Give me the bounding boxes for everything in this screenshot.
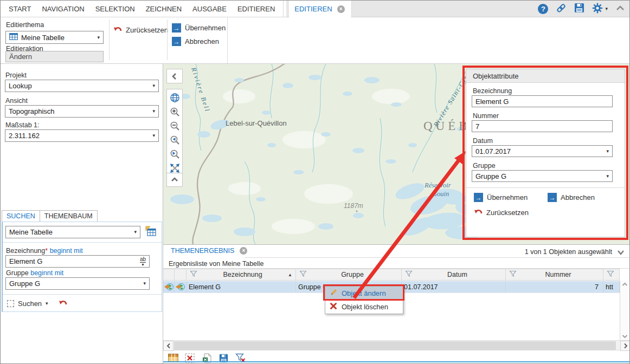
ansicht-label: Ansicht [5, 97, 28, 105]
header-cell-bezeichnung[interactable]: Bezeichnung ▲ [187, 269, 296, 280]
tab-zeichnen[interactable]: ZEICHNEN [143, 5, 184, 13]
massstab-dropdown[interactable]: 2.311.162 ▾ [5, 129, 159, 142]
tab-navigation[interactable]: NAVIGATION [39, 5, 87, 13]
dropdown-caret-icon: ▾ [152, 109, 155, 114]
ribbon-separator [109, 20, 110, 60]
massstab-label: Maßstab 1: [5, 121, 40, 129]
suchen-label: Suchen [18, 300, 42, 308]
delete-x-icon [330, 302, 337, 311]
themenergebnis-tab[interactable]: THEMENERGEBNIS × [171, 247, 247, 255]
gis-application-window: START NAVIGATION SELEKTION ZEICHNEN AUSG… [0, 0, 630, 364]
scroll-left-icon[interactable] [163, 341, 173, 351]
active-tab-label: EDITIEREN [294, 5, 332, 13]
datum-dropdown[interactable]: 01.07.2017 ▾ [472, 145, 613, 157]
filter-icon[interactable] [509, 270, 517, 279]
tab-editieren-active[interactable]: EDITIEREN × [289, 1, 351, 18]
map-label-town: Lebel-sur-Quévillon [226, 119, 287, 127]
scroll-down-icon[interactable] [622, 334, 628, 339]
collapse-sidebar-button[interactable] [166, 69, 183, 83]
filter-icon[interactable] [607, 270, 614, 279]
panel-uebernehmen-button[interactable]: → Übernehmen [474, 193, 528, 202]
header-cell-datum[interactable]: Datum [402, 269, 506, 280]
filter-icon[interactable] [190, 270, 197, 279]
bezeichnung-search-input[interactable] [5, 255, 150, 268]
close-tab-icon[interactable]: × [337, 5, 345, 13]
settings-menu[interactable]: ▾ [592, 3, 608, 16]
scroll-up-icon[interactable] [622, 282, 628, 287]
apply-arrow-icon: → [172, 23, 181, 32]
save-icon[interactable] [574, 3, 584, 15]
sidebar-tab-themenbaum[interactable]: THEMENBAUM [40, 210, 98, 222]
search-table-dropdown[interactable]: Meine Tabelle ▾ [5, 226, 140, 238]
link-icon[interactable] [556, 3, 567, 16]
scrollbar-thumb[interactable] [174, 341, 616, 350]
search-panel: Meine Tabelle ▾ Bezeichnung* beginnt mit… [2, 222, 162, 312]
nummer-input[interactable] [472, 120, 613, 132]
zuruecksetzen-button[interactable]: Zurücksetzen [113, 25, 168, 35]
close-results-icon[interactable]: × [240, 247, 247, 255]
panel-abbrechen-button[interactable]: → Abbrechen [548, 193, 595, 202]
pan-to-object-icon[interactable] [175, 281, 187, 292]
reset-search-icon[interactable] [59, 298, 67, 308]
menu-item-objekt-aendern[interactable]: Objekt ändern [325, 287, 403, 300]
zoom-in-icon[interactable] [168, 105, 182, 118]
filter-icon[interactable] [405, 270, 413, 279]
panel-accent-line [163, 361, 630, 362]
dropdown-caret-icon: ▾ [134, 230, 137, 235]
gruppe-search-dropdown[interactable]: Gruppe G ▾ [5, 277, 150, 290]
required-marker: * [45, 247, 48, 255]
table-horizontal-scrollbar[interactable] [163, 340, 630, 350]
zoom-out-icon[interactable] [168, 119, 182, 132]
field-label: Gruppe [6, 269, 29, 277]
main-menu-bar: START NAVIGATION SELEKTION ZEICHNEN AUSG… [1, 1, 629, 17]
abbrechen-button[interactable]: → Abbrechen [172, 37, 219, 46]
undo-icon [113, 25, 122, 35]
header-cell-gruppe[interactable]: Gruppe [296, 269, 402, 280]
header-cell-blank [175, 269, 187, 280]
header-cell-nummer[interactable]: Nummer [506, 269, 603, 280]
cell-nummer: 7 [506, 281, 603, 292]
abbrechen-label: Abbrechen [561, 193, 595, 202]
editierthema-dropdown[interactable]: Meine Tabelle ▾ [5, 31, 104, 44]
editieraktion-field: Ändern [5, 51, 104, 62]
operator-link[interactable]: beginnt mit [50, 247, 83, 255]
uebernehmen-button[interactable]: → Übernehmen [172, 23, 226, 32]
sidebar-tab-suchen[interactable]: SUCHEN [2, 210, 40, 222]
globe-icon[interactable] [168, 91, 182, 104]
filter-icon[interactable] [299, 270, 307, 279]
tab-editieren[interactable]: EDITIEREN [235, 5, 278, 13]
collapse-toolbar-button[interactable] [166, 173, 183, 187]
tab-ausgabe[interactable]: AUSGABE [190, 5, 229, 13]
collapse-panel-icon[interactable] [616, 249, 625, 258]
previous-extent-icon[interactable] [168, 133, 182, 146]
suchen-button[interactable]: Suchen ▾ [7, 298, 67, 308]
gear-caret-icon: ▾ [605, 6, 608, 11]
menu-item-objekt-loeschen[interactable]: Objekt löschen [325, 300, 403, 314]
tab-start[interactable]: START [6, 5, 34, 13]
tab-selektion[interactable]: SELEKTION [93, 5, 138, 13]
panel-zuruecksetzen-button[interactable]: Zurücksetzen [474, 207, 529, 217]
zoom-to-object-icon[interactable] [163, 281, 175, 292]
table-header: Bezeichnung ▲ Gruppe Datum Nummer [163, 269, 620, 281]
projekt-dropdown[interactable]: Lookup ▾ [5, 80, 159, 92]
summit-point [356, 211, 358, 212]
header-cell-link[interactable] [603, 269, 620, 280]
collapse-ribbon-icon[interactable] [615, 4, 625, 14]
map-label-gouin: Gouin [432, 190, 449, 198]
scroll-right-icon[interactable] [620, 341, 630, 351]
operator-link[interactable]: beginnt mit [30, 269, 63, 277]
apply-arrow-icon: → [474, 193, 483, 202]
pencil-icon [330, 289, 337, 298]
gruppe-dropdown[interactable]: Gruppe G ▾ [472, 170, 613, 182]
next-extent-icon[interactable] [168, 147, 182, 160]
cell-link[interactable]: htt [603, 281, 620, 292]
bezeichnung-input[interactable] [472, 95, 613, 107]
open-table-icon[interactable] [145, 226, 157, 239]
results-subtitle: Ergebnisliste von Meine Tabelle [169, 260, 264, 268]
match-mode-icon[interactable]: ab▼ [140, 257, 146, 266]
table-vertical-scrollbar[interactable] [620, 281, 629, 340]
massstab-value: 2.311.162 [9, 132, 40, 140]
help-icon[interactable]: ? [538, 4, 548, 14]
bezeichnung-search-label: Bezeichnung* beginnt mit [6, 247, 83, 255]
ansicht-dropdown[interactable]: Topographisch ▾ [5, 105, 159, 118]
